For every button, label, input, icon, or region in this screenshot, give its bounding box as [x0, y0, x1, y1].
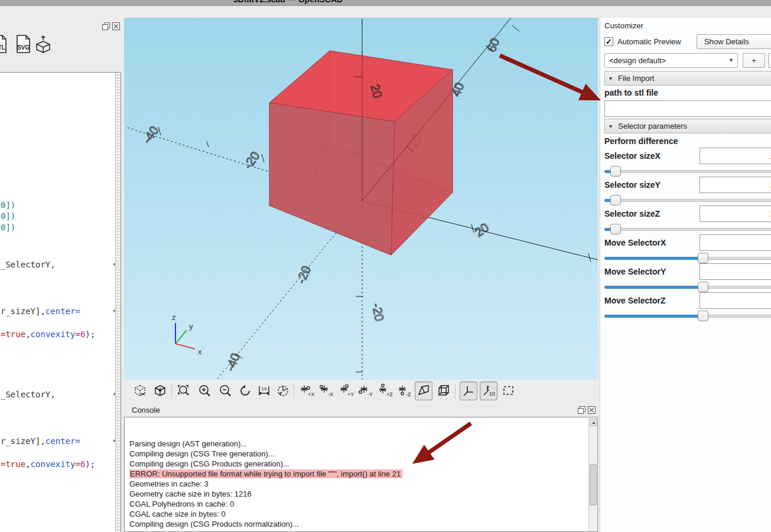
automatic-preview-checkbox[interactable]: ✓ Automatic Preview — [604, 37, 681, 46]
code-editor[interactable]: 0]) 0]) 0]) _SelectorY, ↵ r_sizeY],cente… — [0, 72, 121, 532]
slider-handle[interactable] — [610, 224, 621, 234]
editor-scrollbar[interactable] — [115, 73, 121, 532]
slider-handle[interactable] — [698, 253, 708, 263]
zoom-out-icon — [218, 384, 232, 398]
show-axes-button[interactable] — [460, 381, 477, 400]
view-minus-x-icon: -X — [318, 384, 334, 398]
orientation-y-label: y — [189, 322, 193, 331]
viewport-3d[interactable]: 40 60 20 -20 -40 -20 -40 -20 20 20 — [124, 18, 598, 380]
measure-distance-button[interactable]: 10 — [255, 381, 273, 400]
stl-path-input[interactable] — [604, 100, 771, 117]
zoom-in-icon — [197, 384, 212, 398]
console-log[interactable]: Parsing design (AST generation)... Compi… — [124, 417, 598, 532]
console-line: Compiling design (CSG Products normaliza… — [129, 519, 402, 529]
svg-text:-X: -X — [328, 391, 333, 397]
checkbox-checkmark-icon[interactable]: ✓ — [604, 37, 613, 46]
view-plus-z-button[interactable]: +Z — [376, 381, 394, 400]
param-label: Move SelectorZ — [604, 296, 665, 305]
perspective-icon — [417, 384, 431, 398]
export-stl-button[interactable]: STL — [0, 34, 8, 54]
view-minus-z-button[interactable]: -Z — [396, 381, 414, 400]
zoom-in-button[interactable] — [196, 381, 213, 400]
preset-combobox-value: <design default> — [609, 56, 666, 65]
collapse-triangle-icon: ▾ — [609, 71, 612, 85]
orthographic-button[interactable] — [435, 381, 453, 400]
param-label: Move SelectorY — [604, 267, 666, 276]
slider-handle[interactable] — [698, 282, 708, 292]
view-all-icon — [133, 384, 147, 398]
view-plus-y-button[interactable]: +Y — [337, 381, 355, 400]
slider-handle[interactable] — [698, 311, 708, 321]
param-value-input[interactable] — [700, 263, 771, 280]
section-selector-parameters[interactable]: ▾ Selector parameters — [604, 119, 771, 133]
view-all-button[interactable] — [131, 381, 149, 400]
export-svg-button[interactable]: SVG — [14, 34, 32, 54]
console-line: Parsing design (AST generation)... — [129, 439, 402, 449]
editor-close-icon[interactable] — [112, 22, 120, 30]
param-value-input[interactable] — [700, 234, 771, 251]
svg-text:+Y: +Y — [347, 391, 354, 397]
save-preset-button[interactable] — [768, 53, 771, 68]
console-title: Console — [132, 406, 160, 414]
code-line: 0]) — [1, 223, 15, 232]
view-plus-y-icon: +Y — [339, 384, 354, 398]
orthographic-icon — [437, 384, 451, 398]
add-preset-button[interactable]: + — [743, 53, 765, 68]
editor-float-icon[interactable] — [102, 22, 110, 30]
param-slider[interactable] — [604, 282, 771, 292]
export-3d-button[interactable] — [34, 34, 52, 54]
rotate-view-button[interactable] — [236, 381, 254, 400]
toolbar-separator — [171, 384, 172, 398]
param-value-input[interactable] — [700, 205, 771, 222]
perform-difference-label: Perform difference — [604, 136, 678, 146]
param-value-input[interactable] — [700, 148, 771, 164]
chevron-down-icon: ▼ — [728, 54, 734, 67]
show-scale-markers-button[interactable]: 10 — [480, 381, 497, 400]
slider-fill — [604, 315, 703, 318]
param-slider[interactable] — [604, 195, 771, 205]
reset-view-button[interactable] — [151, 381, 169, 400]
show-details-button[interactable]: Show Details — [697, 34, 771, 49]
param-value-input[interactable] — [700, 292, 771, 309]
param-slider[interactable] — [604, 224, 771, 234]
slider-track[interactable] — [604, 199, 771, 202]
console-line: Compiling design (CSG Tree generation)..… — [129, 449, 402, 459]
console-line: CGAL cache size in bytes: 0 — [129, 509, 402, 519]
param-slider[interactable] — [604, 311, 771, 321]
param-slider[interactable] — [604, 166, 771, 177]
customizer-panel: Customizer ✓ Automatic Preview Show Deta… — [600, 18, 771, 532]
slider-track[interactable] — [604, 228, 771, 231]
preset-combobox[interactable]: <design default> ▼ — [604, 53, 738, 68]
orientation-x-label: x — [198, 347, 202, 356]
zoom-selection-button[interactable] — [175, 381, 193, 400]
measure-angle-button[interactable] — [274, 381, 292, 400]
param-label: Selector sizeZ — [604, 209, 660, 218]
console-close-icon[interactable] — [588, 406, 596, 414]
console-scrollbar[interactable] — [588, 418, 597, 532]
scroll-up-arrow-icon[interactable] — [590, 419, 597, 426]
console-float-icon[interactable] — [578, 406, 585, 414]
svg-text:10: 10 — [262, 386, 267, 391]
toolbar-separator — [294, 384, 294, 398]
show-crosshairs-button[interactable] — [500, 381, 518, 400]
code-line: r_sizeY],center= — [1, 436, 80, 446]
console-line: Geometries in cache: 3 — [129, 479, 402, 489]
window-title: 3DfiltV2.scad — OpenSCAD — [233, 0, 343, 4]
view-plus-x-button[interactable]: +X — [298, 381, 315, 400]
slider-handle[interactable] — [610, 166, 621, 177]
param-slider[interactable] — [604, 253, 771, 263]
stl-icon-label: STL — [0, 44, 5, 51]
view-minus-y-button[interactable]: -Y — [357, 381, 375, 400]
perspective-button[interactable] — [415, 381, 432, 400]
section-file-import[interactable]: ▾ File Import — [604, 71, 771, 86]
view-minus-x-button[interactable]: -X — [317, 381, 335, 400]
param-label: Selector sizeY — [604, 180, 661, 190]
editor-panel: STL SVG 0]) 0]) 0]) _SelectorY, ↵ r_size… — [0, 6, 121, 532]
view-plus-x-icon: +X — [299, 384, 314, 398]
param-value-input[interactable] — [700, 177, 771, 193]
slider-handle[interactable] — [610, 195, 621, 205]
code-line: 0]) — [1, 200, 15, 210]
zoom-out-button[interactable] — [216, 381, 234, 400]
console-scroll-thumb[interactable] — [590, 464, 597, 505]
slider-track[interactable] — [604, 170, 771, 173]
